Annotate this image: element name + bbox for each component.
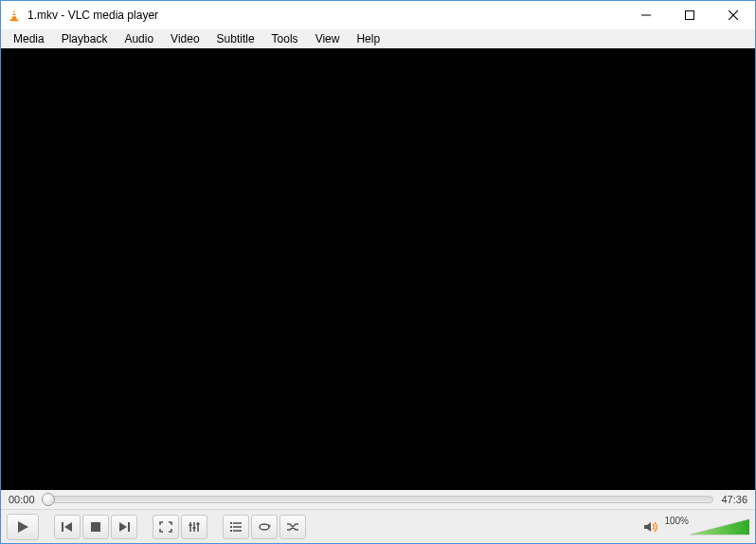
fullscreen-icon (159, 521, 172, 533)
shuffle-button[interactable] (279, 515, 306, 539)
transport-group (54, 515, 137, 539)
svg-line-7 (729, 10, 738, 20)
menu-video[interactable]: Video (162, 30, 207, 47)
seek-thumb[interactable] (42, 493, 55, 506)
svg-line-6 (729, 10, 738, 20)
close-button[interactable] (711, 1, 755, 29)
elapsed-time[interactable]: 00:00 (9, 494, 35, 505)
maximize-button[interactable] (668, 1, 711, 29)
svg-rect-25 (230, 530, 232, 532)
playlist-group (223, 515, 306, 539)
total-time[interactable]: 47:36 (721, 494, 747, 505)
menu-playback[interactable]: Playback (53, 30, 117, 47)
svg-marker-12 (119, 522, 127, 532)
skip-next-icon (117, 521, 131, 533)
stop-button[interactable] (82, 515, 109, 539)
vlc-cone-icon (7, 8, 22, 23)
svg-rect-23 (230, 522, 232, 524)
stop-icon (90, 521, 101, 533)
svg-rect-3 (10, 20, 19, 22)
control-bar: 100% (1, 509, 755, 543)
svg-rect-13 (128, 522, 130, 532)
video-canvas[interactable] (1, 48, 755, 490)
shuffle-icon (286, 521, 299, 533)
titlebar: 1.mkv - VLC media player (1, 1, 755, 29)
loop-icon (258, 521, 271, 533)
menu-subtitle[interactable]: Subtitle (208, 30, 263, 47)
svg-rect-5 (686, 11, 694, 20)
svg-rect-1 (12, 12, 16, 13)
svg-rect-24 (230, 526, 232, 528)
svg-marker-10 (64, 522, 72, 532)
menu-audio[interactable]: Audio (116, 30, 162, 47)
play-button[interactable] (7, 514, 39, 540)
fullscreen-button[interactable] (153, 515, 179, 539)
playlist-button[interactable] (223, 515, 249, 539)
svg-rect-19 (197, 523, 200, 525)
seek-row: 00:00 47:36 (1, 490, 755, 509)
svg-rect-11 (91, 522, 100, 532)
menu-tools[interactable]: Tools (263, 30, 307, 47)
volume-percent-label: 100% (664, 516, 689, 526)
loop-button[interactable] (251, 515, 278, 539)
playlist-icon (229, 521, 243, 533)
svg-rect-18 (193, 527, 196, 529)
next-button[interactable] (111, 515, 137, 539)
seek-slider[interactable] (43, 496, 714, 503)
skip-previous-icon (61, 521, 74, 533)
play-icon (16, 520, 29, 534)
svg-rect-9 (62, 522, 63, 532)
svg-marker-8 (18, 521, 28, 533)
view-group (153, 515, 207, 539)
menu-view[interactable]: View (307, 30, 349, 47)
menubar: Media Playback Audio Video Subtitle Tool… (1, 29, 755, 48)
volume-slider[interactable] (691, 517, 749, 536)
equalizer-icon (188, 521, 201, 533)
window-title: 1.mkv - VLC media player (27, 9, 624, 22)
svg-rect-2 (11, 15, 16, 16)
menu-media[interactable]: Media (5, 30, 53, 47)
minimize-button[interactable] (624, 1, 668, 29)
svg-rect-17 (189, 524, 192, 526)
speaker-icon[interactable] (643, 520, 658, 534)
previous-button[interactable] (54, 515, 81, 539)
volume-area: 100% (643, 516, 749, 537)
svg-marker-27 (644, 522, 651, 532)
svg-marker-0 (11, 9, 17, 20)
extended-settings-button[interactable] (181, 515, 207, 539)
window-controls (624, 1, 755, 29)
app-window: 1.mkv - VLC media player Media Playback … (0, 0, 756, 544)
menu-help[interactable]: Help (348, 30, 388, 47)
